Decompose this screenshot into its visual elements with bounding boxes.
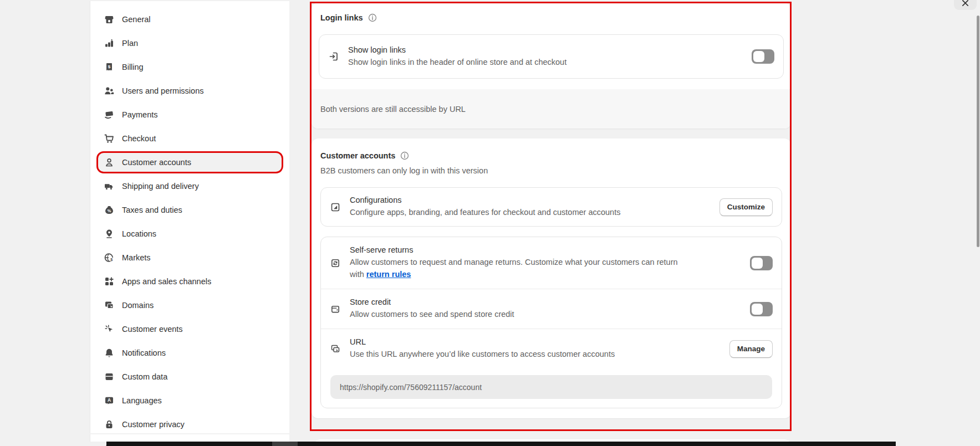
self-serve-returns-description: Allow customers to request and manage re… bbox=[350, 256, 693, 280]
returns-icon bbox=[330, 258, 341, 269]
url-description: Use this URL anywhere you’d like custome… bbox=[350, 348, 615, 360]
sidebar-item-apps-and-sales-channels[interactable]: Apps and sales channels bbox=[90, 272, 289, 294]
customer-accounts-subtitle: B2B customers can only log in with this … bbox=[320, 166, 782, 175]
close-button[interactable] bbox=[954, 0, 977, 10]
payments-icon bbox=[104, 109, 115, 120]
self-serve-returns-toggle[interactable] bbox=[750, 256, 773, 270]
sidebar-item-label: Users and permissions bbox=[122, 86, 203, 95]
store-credit-description: Allow customers to see and spend store c… bbox=[350, 308, 514, 320]
sidebar-item-locations[interactable]: Locations bbox=[90, 224, 289, 247]
apps-icon bbox=[104, 276, 115, 287]
configurations-description: Configure apps, branding, and features f… bbox=[350, 206, 620, 218]
sidebar-item-label: Customer accounts bbox=[122, 158, 191, 167]
footer-note: Both versions are still accessible by UR… bbox=[320, 105, 466, 114]
taxes-icon: % bbox=[104, 204, 115, 216]
sidebar-item-label: Payments bbox=[122, 110, 157, 119]
configurations-card: Configurations Configure apps, branding,… bbox=[320, 187, 782, 227]
manage-button[interactable]: Manage bbox=[729, 340, 773, 358]
close-icon bbox=[962, 0, 969, 8]
sidebar-item-payments[interactable]: Payments bbox=[90, 105, 289, 127]
custom-data-icon bbox=[104, 371, 115, 382]
url-icon bbox=[330, 344, 341, 355]
bottom-bar bbox=[106, 442, 896, 446]
vertical-scrollbar[interactable] bbox=[977, 16, 979, 247]
users-icon bbox=[104, 85, 115, 96]
sidebar-item-languages[interactable]: ALanguages bbox=[90, 391, 289, 413]
settings-sidebar: GeneralPlan$BillingUsers and permissions… bbox=[90, 1, 289, 433]
privacy-lock-icon bbox=[104, 419, 115, 430]
settings-nav-list: GeneralPlan$BillingUsers and permissions… bbox=[90, 10, 289, 446]
show-login-links-description: Show login links in the header of online… bbox=[348, 56, 566, 68]
sidebar-item-taxes-and-duties[interactable]: %Taxes and duties bbox=[90, 201, 289, 223]
self-serve-returns-row: Self-serve returns Allow customers to re… bbox=[321, 237, 782, 289]
sidebar-item-general[interactable]: General bbox=[90, 10, 289, 32]
checkout-cart-icon bbox=[104, 133, 115, 144]
store-credit-toggle[interactable] bbox=[750, 302, 773, 316]
sidebar-continuation bbox=[90, 434, 289, 442]
login-links-section: Login links Show login links Show login … bbox=[312, 3, 791, 129]
show-login-links-toggle[interactable] bbox=[752, 49, 774, 64]
sidebar-item-label: Locations bbox=[122, 229, 156, 238]
store-credit-row: Store credit Allow customers to see and … bbox=[321, 289, 782, 329]
bottom-bar-segment bbox=[272, 442, 298, 446]
sidebar-item-label: Custom data bbox=[122, 372, 167, 381]
store-icon bbox=[104, 14, 115, 25]
notifications-bell-icon bbox=[104, 347, 115, 358]
customer-accounts-section: Customer accounts B2B customers can only… bbox=[312, 139, 791, 418]
store-credit-title: Store credit bbox=[350, 298, 514, 306]
configurations-title: Configurations bbox=[350, 196, 620, 204]
sidebar-item-label: General bbox=[122, 15, 151, 24]
sidebar-item-customer-privacy[interactable]: Customer privacy bbox=[90, 415, 289, 437]
sidebar-item-customer-events[interactable]: Customer events bbox=[90, 320, 289, 342]
svg-text:$: $ bbox=[108, 64, 111, 69]
sidebar-item-users-and-permissions[interactable]: Users and permissions bbox=[90, 81, 289, 104]
sidebar-item-label: Billing bbox=[122, 63, 144, 71]
info-icon[interactable] bbox=[400, 151, 410, 161]
sidebar-item-label: Customer privacy bbox=[122, 420, 185, 429]
login-links-title: Login links bbox=[320, 13, 363, 22]
sidebar-item-notifications[interactable]: Notifications bbox=[90, 344, 289, 366]
sidebar-item-label: Checkout bbox=[122, 134, 156, 143]
info-icon[interactable] bbox=[368, 13, 377, 23]
billing-icon: $ bbox=[104, 61, 115, 73]
sidebar-item-label: Plan bbox=[122, 39, 138, 48]
sidebar-item-label: Customer events bbox=[122, 325, 183, 334]
return-rules-link[interactable]: return rules bbox=[366, 270, 411, 279]
account-url-field[interactable]: https://shopify.com/75609211157/account bbox=[330, 375, 772, 399]
sidebar-item-label: Domains bbox=[122, 301, 154, 310]
svg-text:$: $ bbox=[110, 257, 113, 262]
account-features-card: Self-serve returns Allow customers to re… bbox=[320, 237, 782, 408]
customer-events-icon bbox=[104, 324, 115, 335]
languages-icon: A bbox=[104, 395, 115, 406]
customer-accounts-title: Customer accounts bbox=[320, 151, 395, 160]
sidebar-item-label: Markets bbox=[122, 253, 151, 262]
markets-globe-icon: $ bbox=[104, 252, 115, 263]
store-credit-icon bbox=[330, 304, 341, 315]
sidebar-item-label: Apps and sales channels bbox=[122, 277, 211, 286]
sidebar-item-custom-data[interactable]: Custom data bbox=[90, 367, 289, 389]
svg-text:%: % bbox=[108, 208, 111, 213]
show-login-links-card: Show login links Show login links in the… bbox=[319, 34, 784, 79]
plan-icon bbox=[104, 38, 115, 49]
customer-accounts-icon bbox=[104, 157, 115, 168]
url-title: URL bbox=[350, 337, 615, 346]
sidebar-item-billing[interactable]: $Billing bbox=[90, 58, 289, 80]
sidebar-item-label: Notifications bbox=[122, 348, 166, 357]
configurations-icon bbox=[330, 202, 341, 213]
sidebar-item-domains[interactable]: Domains bbox=[90, 296, 289, 318]
sidebar-item-plan[interactable]: Plan bbox=[90, 34, 289, 56]
url-row: URL Use this URL anywhere you’d like cus… bbox=[321, 329, 782, 368]
login-links-footer: Both versions are still accessible by UR… bbox=[312, 89, 791, 129]
shopify-settings-page: { "colors":{ "page_background":"#f1f1f1"… bbox=[0, 0, 980, 446]
shipping-truck-icon bbox=[104, 181, 115, 192]
sidebar-item-shipping-and-delivery[interactable]: Shipping and delivery bbox=[90, 177, 289, 199]
sidebar-item-checkout[interactable]: Checkout bbox=[90, 129, 289, 151]
show-login-links-title: Show login links bbox=[348, 45, 566, 54]
sidebar-item-label: Taxes and duties bbox=[122, 206, 182, 214]
sidebar-item-label: Languages bbox=[122, 396, 162, 405]
customize-button[interactable]: Customize bbox=[719, 198, 773, 216]
sidebar-item-customer-accounts[interactable]: Customer accounts bbox=[90, 153, 289, 175]
login-icon bbox=[328, 51, 339, 62]
sidebar-item-markets[interactable]: $Markets bbox=[90, 248, 289, 270]
domains-icon bbox=[104, 300, 115, 311]
